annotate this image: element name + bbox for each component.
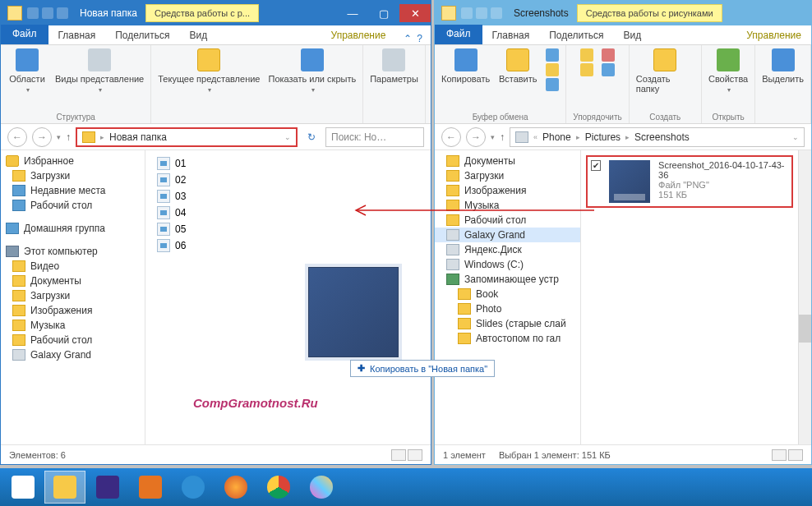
views-button[interactable]: Виды представление▾ xyxy=(55,48,144,94)
back-button[interactable]: ← xyxy=(441,127,461,147)
taskbar-app-2[interactable] xyxy=(130,471,171,504)
taskbar-chrome[interactable] xyxy=(258,471,299,504)
close-button[interactable]: ✕ xyxy=(399,4,431,22)
tab-manage[interactable]: Управление xyxy=(736,26,811,44)
context-tab-label[interactable]: Средства работы с рисунками xyxy=(577,4,722,22)
tree-desktop[interactable]: Рабочий стол xyxy=(1,198,145,213)
file-list[interactable]: ✔ Screenshot_2016-04-10-17-43-36 Файл "P… xyxy=(581,150,798,444)
crumb[interactable]: Screenshots xyxy=(634,131,690,143)
refresh-button[interactable]: ↻ xyxy=(302,128,321,146)
tree-favorites[interactable]: Избранное xyxy=(1,154,145,168)
up-button[interactable]: ↑ xyxy=(66,131,71,143)
tree-desktop2[interactable]: Рабочий стол xyxy=(1,333,145,347)
file-tab[interactable]: Файл xyxy=(435,25,482,44)
annotation-arrow xyxy=(349,204,596,217)
history-dropdown-icon[interactable]: ▾ xyxy=(491,133,495,141)
tree-photo[interactable]: Photo xyxy=(435,301,580,316)
qat[interactable] xyxy=(461,7,502,19)
tree-images[interactable]: Изображения xyxy=(435,183,580,198)
tree-recent[interactable]: Недавние места xyxy=(1,183,145,198)
chevron-up-icon[interactable]: ⌃ xyxy=(404,33,412,44)
taskbar-paint[interactable] xyxy=(301,471,342,504)
nav-tree[interactable]: Документы Загрузки Изображения Музыка Ра… xyxy=(435,150,581,444)
properties-button[interactable]: Свойства▾ xyxy=(708,48,748,94)
tree-yadisk[interactable]: Яндекс.Диск xyxy=(435,242,580,257)
file-tab[interactable]: Файл xyxy=(1,25,48,44)
copy-button[interactable]: Копировать xyxy=(441,48,490,91)
list-item[interactable]: 05 xyxy=(154,221,422,237)
taskbar-ie[interactable] xyxy=(173,471,214,504)
tree-downloads[interactable]: Загрузки xyxy=(435,168,580,183)
tab-share[interactable]: Поделиться xyxy=(105,26,179,44)
tree-galaxy[interactable]: Galaxy Grand xyxy=(1,347,145,362)
back-button[interactable]: ← xyxy=(7,127,27,147)
forward-button[interactable]: → xyxy=(466,127,486,147)
tab-manage[interactable]: Управление xyxy=(321,26,396,44)
tree-windows-c[interactable]: Windows (C:) xyxy=(435,257,580,272)
current-view-button[interactable]: Текущее представление▾ xyxy=(158,48,260,94)
maximize-button[interactable]: ▢ xyxy=(368,4,399,22)
tree-docs[interactable]: Документы xyxy=(435,154,580,168)
breadcrumb[interactable]: « Phone▸ Pictures▸ Screenshots ⌄ xyxy=(510,127,805,147)
context-tab-label[interactable]: Средства работы с р... xyxy=(145,4,259,22)
tree-downloads[interactable]: Загрузки xyxy=(1,168,145,183)
history-dropdown-icon[interactable]: ▾ xyxy=(57,133,61,141)
search-input[interactable]: Поиск: Но… xyxy=(325,127,424,147)
status-selection: Выбран 1 элемент: 151 КБ xyxy=(499,450,611,460)
help-icon[interactable]: ? xyxy=(417,33,422,44)
list-item[interactable]: 02 xyxy=(154,172,422,188)
tree-images[interactable]: Изображения xyxy=(1,303,145,318)
tree-docs[interactable]: Документы xyxy=(1,274,145,288)
tree-slides[interactable]: Slides (старые слай xyxy=(435,316,580,331)
tree-galaxy[interactable]: Galaxy Grand xyxy=(435,228,580,242)
tab-share[interactable]: Поделиться xyxy=(539,26,613,44)
options-button[interactable]: Параметры xyxy=(370,48,418,84)
view-toggle[interactable] xyxy=(772,449,803,461)
ribbon-tabs: Файл Главная Поделиться Вид Управление ⌃… xyxy=(1,25,431,45)
view-toggle[interactable] xyxy=(391,449,422,461)
organize-small2[interactable] xyxy=(602,48,615,76)
show-hide-button[interactable]: Показать или скрыть▾ xyxy=(268,48,356,94)
tab-home[interactable]: Главная xyxy=(482,26,540,44)
crumb[interactable]: Новая папка xyxy=(109,131,167,143)
select-button[interactable]: Выделить xyxy=(762,48,804,84)
forward-button[interactable]: → xyxy=(32,127,52,147)
tree-downloads2[interactable]: Загрузки xyxy=(1,288,145,303)
new-folder-button[interactable]: Создать папку xyxy=(636,48,694,94)
taskbar-firefox[interactable] xyxy=(215,471,256,504)
tree-music[interactable]: Музыка xyxy=(1,318,145,333)
panes-button[interactable]: Области▾ xyxy=(7,48,47,94)
start-button[interactable] xyxy=(3,471,43,504)
qat[interactable] xyxy=(27,7,68,19)
tree-storage[interactable]: Запоминающее устр xyxy=(435,272,580,287)
tab-view[interactable]: Вид xyxy=(613,26,651,44)
file-item-selected[interactable]: ✔ Screenshot_2016-04-10-17-43-36 Файл "P… xyxy=(586,155,793,208)
titlebar[interactable]: Screenshots Средства работы с рисунками xyxy=(435,1,811,25)
tree-book[interactable]: Book xyxy=(435,287,580,301)
taskbar-app-1[interactable] xyxy=(87,471,128,504)
nav-tree[interactable]: Избранное Загрузки Недавние места Рабочи… xyxy=(1,150,145,444)
tree-video[interactable]: Видео xyxy=(1,259,145,274)
checkbox-icon[interactable]: ✔ xyxy=(591,160,601,171)
scrollbar[interactable] xyxy=(798,150,811,444)
organize-small[interactable] xyxy=(580,48,593,76)
ribbon-help[interactable]: ⌃? xyxy=(395,33,431,44)
minimize-button[interactable]: — xyxy=(337,4,368,22)
tree-thispc[interactable]: Этот компьютер xyxy=(1,244,145,259)
tab-home[interactable]: Главная xyxy=(48,26,106,44)
crumb[interactable]: Phone xyxy=(542,131,571,143)
tree-autostop[interactable]: Автостопом по гал xyxy=(435,331,580,346)
list-item[interactable]: 03 xyxy=(154,188,422,205)
taskbar-explorer[interactable] xyxy=(44,471,85,504)
tree-homegroup[interactable]: Домашняя группа xyxy=(1,221,145,236)
titlebar[interactable]: Новая папка Средства работы с р... — ▢ ✕ xyxy=(1,1,431,25)
taskbar[interactable] xyxy=(0,468,812,506)
breadcrumb[interactable]: ▸ Новая папка ⌄ xyxy=(76,127,298,147)
paste-button[interactable]: Вставить xyxy=(498,48,537,91)
crumb[interactable]: Pictures xyxy=(585,131,621,143)
tab-view[interactable]: Вид xyxy=(179,26,217,44)
list-item[interactable]: 01 xyxy=(154,155,422,172)
up-button[interactable]: ↑ xyxy=(500,131,505,143)
list-item[interactable]: 06 xyxy=(154,237,422,254)
clipboard-small[interactable] xyxy=(546,48,559,91)
